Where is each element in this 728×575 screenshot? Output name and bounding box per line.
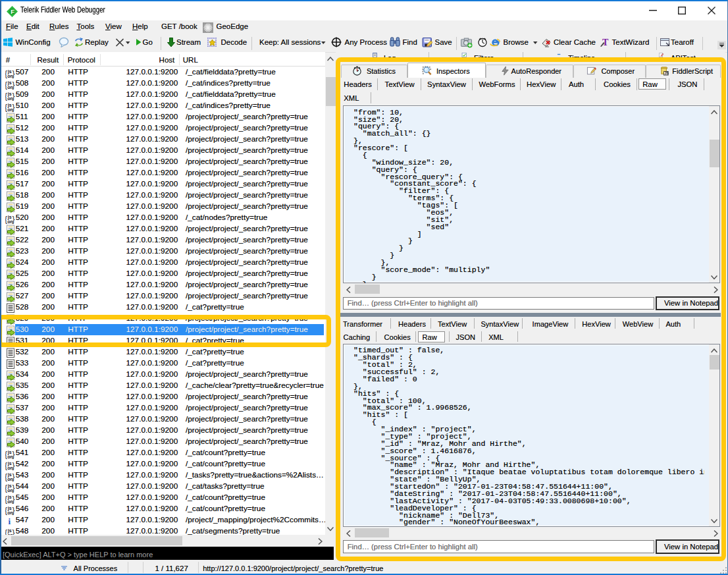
- svg-text:on: on: [7, 454, 13, 458]
- svg-text:i: i: [8, 516, 11, 526]
- svg-text:on: on: [7, 96, 13, 100]
- svg-text:on: on: [7, 487, 13, 492]
- svg-text:on: on: [7, 499, 13, 503]
- svg-text:T: T: [602, 38, 609, 47]
- svg-text:on: on: [7, 476, 13, 481]
- svg-text:on: on: [7, 107, 13, 111]
- svg-text:on: on: [7, 84, 13, 89]
- svg-text:F: F: [11, 8, 14, 15]
- svg-text:on: on: [7, 465, 13, 470]
- svg-text:on: on: [7, 73, 13, 78]
- svg-text:on: on: [7, 219, 13, 223]
- svg-text:on: on: [7, 510, 13, 514]
